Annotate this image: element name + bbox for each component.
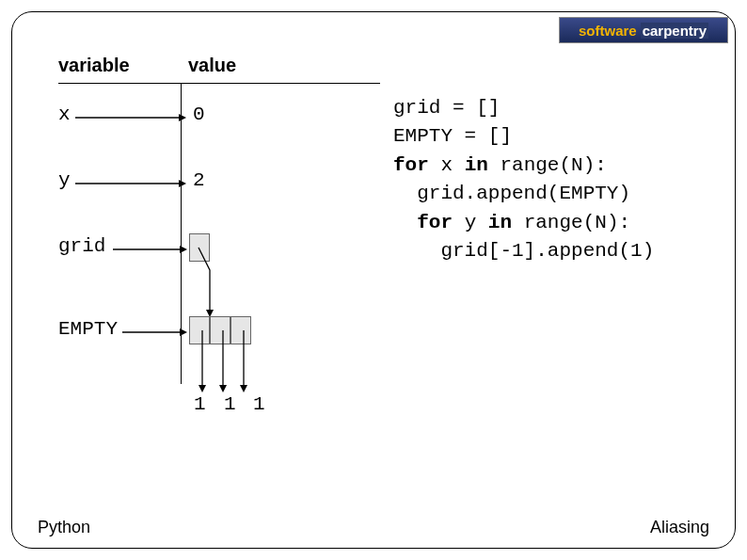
svg-marker-8 [180,328,187,336]
software-carpentry-logo: software carpentry [559,17,728,43]
footer-left: Python [38,518,90,537]
logo-word-carpentry: carpentry [641,23,708,39]
arrow-cell-0 [199,330,206,392]
svg-marker-5 [180,246,187,253]
element-value-1: 1 [224,393,236,415]
code-kw-for-1: for [393,154,429,176]
row-y-label: y [58,169,71,191]
header-value: value [188,55,236,76]
row-x-label: x [58,104,71,125]
arrow-empty [122,328,187,336]
code-block: grid = [] EMPTY = [] for x in range(N): … [393,94,654,266]
header-variable: variable [58,55,130,76]
row-y-value: 2 [193,169,205,191]
header-rule [58,83,380,84]
arrow-grid [113,246,187,253]
code-line-2: EMPTY = [] [393,125,512,147]
arrow-grid-to-empty [199,248,236,319]
column-separator [181,83,182,384]
svg-marker-10 [199,385,206,392]
code-kw-for-2: for [417,212,453,233]
svg-marker-3 [179,180,186,187]
element-value-2: 1 [253,393,265,415]
arrow-cell-1 [219,330,227,392]
svg-marker-12 [219,385,227,392]
row-x-value: 0 [193,104,205,125]
code-line-1: grid = [] [393,97,500,119]
arrow-cell-2 [240,330,247,392]
element-value-0: 1 [194,393,206,415]
code-kw-in-1: in [465,154,488,176]
code-kw-in-2: in [488,212,512,233]
svg-marker-1 [179,114,186,121]
arrow-x [75,114,186,121]
row-empty-label: EMPTY [58,318,118,340]
row-grid-label: grid [58,235,105,257]
footer-right: Aliasing [650,518,709,537]
code-line-6: grid[-1].append(1) [393,240,654,262]
logo-word-software: software [579,23,637,39]
code-line-4: grid.append(EMPTY) [393,183,630,204]
arrow-y [75,180,186,187]
slide-border [11,11,736,549]
svg-marker-14 [240,385,247,392]
